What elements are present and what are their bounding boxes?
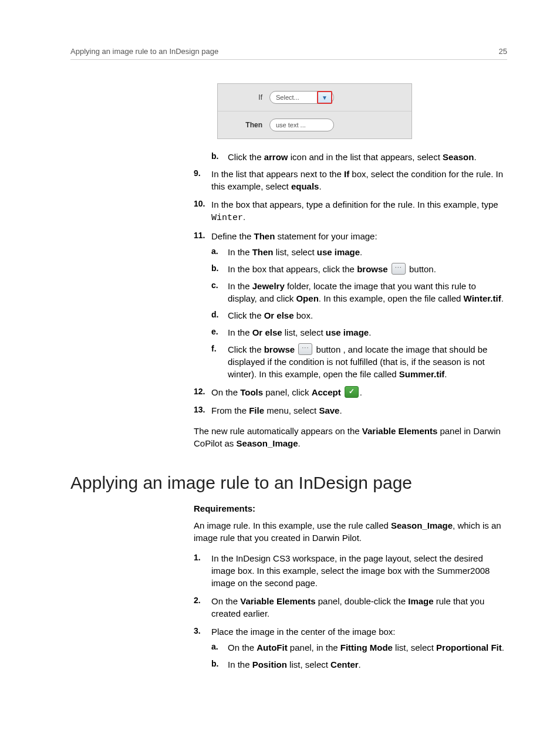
step-11b: b. In the box that appears, click the br… [211, 263, 507, 275]
step-11c: c. In the Jewelry folder, locate the ima… [211, 280, 507, 305]
header-title: Applying an image rule to an InDesign pa… [70, 47, 218, 56]
step-11b-letter: b. [211, 263, 218, 275]
step-8b-letter: b. [211, 151, 218, 163]
figure-select-dropdown: Select... ▼ [269, 91, 334, 104]
step-11-num: 11. [194, 230, 205, 242]
header-page-number: 25 [499, 47, 507, 56]
content-block-top: b. Click the arrow icon and in the list … [194, 151, 507, 449]
step-11: 11. Define the Then statement for your i… [194, 230, 507, 380]
s2-step-3a-text: On the AutoFit panel, in the Fitting Mod… [228, 642, 504, 652]
step-12-text: On the Tools panel, click Accept . [211, 387, 362, 397]
step-11b-text: In the box that appears, click the brows… [228, 264, 436, 274]
step-11d-letter: d. [211, 309, 218, 321]
step-11f-text: Click the browse button , and locate the… [228, 344, 487, 379]
accept-icon [345, 386, 359, 398]
s2-step-3a-letter: a. [211, 641, 218, 653]
s2-step-2: 2. On the Variable Elements panel, doubl… [194, 595, 507, 620]
s2-step-1-text: In the InDesign CS3 workspace, in the pa… [211, 553, 490, 588]
step-12: 12. On the Tools panel, click Accept . [194, 386, 507, 398]
step-8b-text: Click the arrow icon and in the list tha… [228, 152, 477, 162]
s2-step-2-num: 2. [194, 595, 201, 607]
step-10-num: 10. [194, 198, 205, 210]
content-block-bottom: Requirements: An image rule. In this exa… [194, 502, 507, 671]
s2-step-1: 1. In the InDesign CS3 workspace, in the… [194, 552, 507, 589]
section-heading: Applying an image rule to an InDesign pa… [70, 473, 507, 493]
step-11d: d. Click the Or else box. [211, 309, 507, 322]
browse-icon [392, 263, 406, 275]
s2-step-3b-text: In the Position list, select Center. [228, 660, 361, 669]
s2-step-1-num: 1. [194, 552, 201, 564]
s2-step-3-text: Place the image in the center of the ima… [211, 627, 396, 637]
step-13-text: From the File menu, select Save. [211, 405, 342, 415]
figure-arrow-highlight: ▼ [317, 91, 332, 104]
figure-if-row: If Select... ▼ [218, 84, 411, 111]
requirements-text: An image rule. In this example, use the … [194, 519, 507, 544]
page-header: Applying an image rule to an InDesign pa… [70, 47, 507, 60]
step-11e-letter: e. [211, 326, 218, 338]
step-10-text: In the box that appears, type a definiti… [211, 199, 498, 222]
step-11a-text: In the Then list, select use image. [228, 247, 362, 257]
step-10: 10. In the box that appears, type a defi… [194, 198, 507, 224]
step-8b: b. Click the arrow icon and in the list … [211, 151, 507, 163]
figure-use-text-pill: use text ... [269, 119, 334, 131]
s2-step-3-num: 3. [194, 625, 201, 637]
step-11c-text: In the Jewelry folder, locate the image … [228, 281, 504, 303]
requirements-label: Requirements: [194, 502, 507, 515]
step-9: 9. In the list that appears next to the … [194, 168, 507, 192]
figure-if-label: If [227, 93, 269, 102]
rule-editor-figure: If Select... ▼ Then use text ... [217, 83, 412, 139]
s2-step-3b: b. In the Position list, select Center. [211, 658, 507, 671]
step-13-num: 13. [194, 404, 205, 416]
step-11a-letter: a. [211, 246, 218, 258]
step-11f-letter: f. [211, 343, 217, 355]
step-11e-text: In the Or else list, select use image. [228, 327, 371, 337]
step-9-text: In the list that appears next to the If … [211, 169, 503, 191]
s2-step-3a: a. On the AutoFit panel, in the Fitting … [211, 641, 507, 654]
step-11e: e. In the Or else list, select use image… [211, 326, 507, 339]
step-11f: f. Click the browse button , and locate … [211, 343, 507, 380]
step-12-num: 12. [194, 386, 205, 398]
step-11d-text: Click the Or else box. [228, 310, 313, 320]
step-11c-letter: c. [211, 280, 218, 292]
step-13: 13. From the File menu, select Save. [194, 404, 507, 417]
step-11-text: Define the Then statement for your image… [211, 231, 377, 241]
step-9-num: 9. [194, 168, 201, 180]
figure-then-label: Then [227, 121, 269, 129]
chevron-down-icon: ▼ [322, 94, 328, 101]
closing-paragraph: The new rule automatically appears on th… [194, 425, 507, 449]
browse-icon [298, 343, 312, 355]
step-11a: a. In the Then list, select use image. [211, 246, 507, 258]
s2-step-3: 3. Place the image in the center of the … [194, 625, 507, 671]
s2-step-3b-letter: b. [211, 658, 218, 670]
figure-select-placeholder: Select... [276, 94, 299, 101]
s2-step-2-text: On the Variable Elements panel, double-c… [211, 596, 484, 618]
figure-then-row: Then use text ... [218, 111, 411, 138]
figure-use-text-placeholder: use text ... [276, 121, 306, 128]
